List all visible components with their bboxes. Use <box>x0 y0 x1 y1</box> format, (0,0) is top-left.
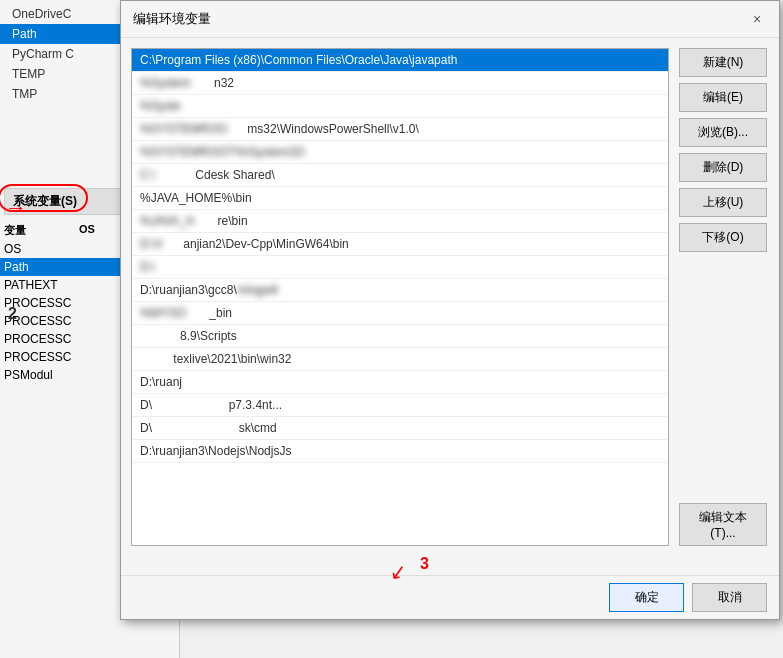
path-item-2-blurred: %Syste <box>140 99 231 113</box>
browse-button[interactable]: 浏览(B)... <box>679 118 767 147</box>
cancel-button[interactable]: 取消 <box>692 583 767 612</box>
path-item-1-blurred: %System <box>140 76 214 90</box>
path-item-12[interactable]: 8.9\Scripts <box>132 325 668 348</box>
path-item-16[interactable]: D\ sk\cmd <box>132 417 668 440</box>
path-item-9[interactable]: D:\ <box>132 256 668 279</box>
path-item-5[interactable]: C:\ Cdesk Shared\ <box>132 164 668 187</box>
path-item-13[interactable]: texlive\2021\bin\win32 <box>132 348 668 371</box>
col-var: 变量 <box>4 223 79 238</box>
path-item-5-blurred: C:\ <box>140 168 195 182</box>
dialog-body: C:\Program Files (x86)\Common Files\Orac… <box>121 38 779 556</box>
path-item-14[interactable]: D:\ruanj <box>132 371 668 394</box>
path-item-17-text: D:\ruanjian3\Nodejs\NodjsJs <box>140 444 291 458</box>
dialog-footer: 确定 取消 <box>121 575 779 619</box>
path-item-11[interactable]: %MYSO _bin <box>132 302 668 325</box>
dialog-close-button[interactable]: × <box>747 9 767 29</box>
edit-text-button[interactable]: 编辑文本(T)... <box>679 503 767 546</box>
edit-env-dialog: 编辑环境变量 × C:\Program Files (x86)\Common F… <box>120 0 780 620</box>
dialog-title: 编辑环境变量 <box>133 10 211 28</box>
path-item-7-blurred: %JAVA_H <box>140 214 218 228</box>
ok-button[interactable]: 确定 <box>609 583 684 612</box>
path-item-2[interactable]: %Syste <box>132 95 668 118</box>
path-item-12-blurred <box>140 329 180 343</box>
path-item-0-text: C:\Program Files (x86)\Common Files\Orac… <box>140 53 457 67</box>
path-item-6-text: %JAVA_HOME%\bin <box>140 191 252 205</box>
path-item-15[interactable]: D\ p7.3.4nt... <box>132 394 668 417</box>
path-item-1[interactable]: %System n32 <box>132 72 668 95</box>
button-panel: 新建(N) 编辑(E) 浏览(B)... 删除(D) 上移(U) 下移(O) 编… <box>679 48 769 546</box>
path-item-10[interactable]: D:\ruanjian3\gcc8\mingw6 <box>132 279 668 302</box>
path-item-9-blurred: D:\ <box>140 260 209 274</box>
new-button[interactable]: 新建(N) <box>679 48 767 77</box>
dialog-titlebar: 编辑环境变量 × <box>121 1 779 38</box>
path-item-0[interactable]: C:\Program Files (x86)\Common Files\Orac… <box>132 49 668 72</box>
move-up-button[interactable]: 上移(U) <box>679 188 767 217</box>
path-item-3[interactable]: %SYSTEMROO ms32\WindowsPowerShell\v1.0\ <box>132 118 668 141</box>
path-item-8[interactable]: D:\V anjian2\Dev-Cpp\MinGW64\bin <box>132 233 668 256</box>
edit-button[interactable]: 编辑(E) <box>679 83 767 112</box>
path-item-4-blurred: %SYSTEMROOT%\System32\ <box>140 145 322 159</box>
path-item-13-blurred <box>140 352 173 366</box>
delete-button[interactable]: 删除(D) <box>679 153 767 182</box>
path-item-4[interactable]: %SYSTEMROOT%\System32\ <box>132 141 668 164</box>
path-item-7[interactable]: %JAVA_H re\bin <box>132 210 668 233</box>
path-item-3-blurred: %SYSTEMROO <box>140 122 247 136</box>
path-item-17[interactable]: D:\ruanjian3\Nodejs\NodjsJs <box>132 440 668 463</box>
path-item-6[interactable]: %JAVA_HOME%\bin <box>132 187 668 210</box>
path-item-8-blurred: D:\V <box>140 237 183 251</box>
path-item-11-blurred: %MYSO <box>140 306 209 320</box>
move-down-button[interactable]: 下移(O) <box>679 223 767 252</box>
path-list[interactable]: C:\Program Files (x86)\Common Files\Orac… <box>131 48 669 546</box>
